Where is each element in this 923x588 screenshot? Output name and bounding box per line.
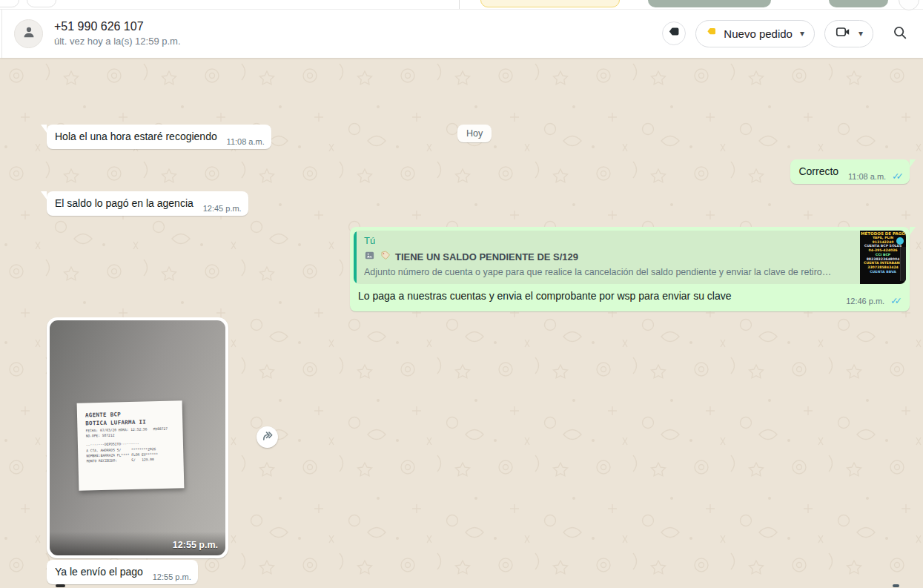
- header-actions: Nuevo pedido ▾ ▾: [662, 20, 908, 47]
- message-time: 12:46 p.m.: [846, 297, 884, 305]
- message-text: Correcto: [798, 165, 838, 177]
- partial-pill-button: [0, 0, 19, 7]
- message-time: 12:45 p.m.: [203, 204, 242, 213]
- message-time: 11:08 a.m.: [848, 172, 886, 181]
- message-text: Ya le envío el pago: [55, 566, 143, 578]
- quote-snippet: Adjunto número de cuenta o yape para que…: [364, 267, 853, 277]
- quote-thumbnail-image: MÉTODOS DE PAGO YAPE, PLIN 913142240 CUE…: [860, 231, 906, 284]
- search-icon: [892, 24, 908, 43]
- quote-title-row: TIENE UN SALDO PENDIENTE DE S/129: [364, 250, 853, 263]
- quote-author: Tú: [364, 235, 853, 246]
- chevron-down-icon: ▾: [859, 28, 863, 39]
- message-time: 11:08 a.m.: [227, 137, 265, 146]
- tag-icon: [667, 25, 681, 42]
- message-bubble[interactable]: Correcto 11:08 a.m. ✓✓: [790, 159, 910, 184]
- order-status-dropdown[interactable]: Nuevo pedido ▾: [695, 20, 815, 47]
- mic-icon-partial[interactable]: [893, 584, 899, 587]
- photo-icon: [364, 250, 375, 263]
- quote-body: Tú: [357, 231, 860, 284]
- message-bubble[interactable]: Tú: [350, 227, 910, 311]
- receipt-line: NO.OPE: 587212: [86, 432, 176, 439]
- image-bubble[interactable]: AGENTE BCP BOTICA LUFARMA II FECHA: 07/0…: [47, 317, 228, 558]
- message-text: Hola el una hora estaré recogiendo: [55, 131, 217, 142]
- toolbar-divider: [459, 0, 460, 9]
- tag-button[interactable]: [662, 22, 686, 45]
- message-outgoing-with-reply: Tú: [350, 227, 910, 311]
- person-icon: [21, 24, 37, 43]
- message-text: Lo paga a nuestras cuentas y envia el co…: [354, 284, 906, 308]
- message-incoming: Ya le envío el pago 12:55 p.m.: [47, 560, 198, 584]
- panel-left-border: [1, 9, 2, 58]
- message-incoming: El saldo lo pagó en la agencia 12:45 p.m…: [47, 191, 248, 216]
- whatsapp-chat-window: +51 990 626 107 últ. vez hoy a la(s) 12:…: [0, 0, 923, 588]
- read-ticks-icon: ✓✓: [890, 295, 902, 306]
- contact-name: +51 990 626 107: [54, 21, 181, 33]
- message-time: 12:55 p.m.: [153, 572, 191, 581]
- chat-message-area: Hoy Hola el una hora estaré recogiendo 1…: [0, 58, 923, 588]
- order-status-label: Nuevo pedido: [724, 27, 793, 40]
- yape-logo: [896, 237, 904, 245]
- contact-last-seen: últ. vez hoy a la(s) 12:59 p.m.: [54, 36, 181, 46]
- message-bubble[interactable]: Ya le envío el pago 12:55 p.m.: [47, 560, 198, 584]
- forward-arrow-icon: [261, 429, 274, 446]
- thumbnail-detail: [900, 247, 906, 281]
- message-bubble[interactable]: Hola el una hora estaré recogiendo 11:08…: [47, 125, 271, 149]
- video-call-dropdown[interactable]: ▾: [824, 20, 873, 47]
- forward-message-button[interactable]: [257, 426, 278, 448]
- top-toolbar-partial: [0, 0, 923, 10]
- contact-avatar[interactable]: [14, 19, 43, 48]
- bcp-receipt: AGENTE BCP BOTICA LUFARMA II FECHA: 07/0…: [77, 400, 185, 490]
- message-outgoing: Correcto 11:08 a.m. ✓✓: [790, 159, 910, 184]
- message-meta: 12:46 p.m. ✓✓: [839, 294, 902, 306]
- partial-circle-button: [899, 0, 919, 10]
- quote-title: TIENE UN SALDO PENDIENTE DE S/129: [395, 251, 578, 262]
- quoted-message[interactable]: Tú: [354, 231, 906, 284]
- partial-pill-button: [27, 0, 56, 7]
- chevron-down-icon: ▾: [800, 28, 804, 39]
- partial-green-pill-button: [648, 0, 771, 7]
- yellow-tag-icon: [706, 26, 718, 41]
- partial-green-pill-button: [829, 0, 888, 7]
- date-divider: Hoy: [457, 125, 492, 142]
- attach-plus-icon-partial[interactable]: [56, 584, 65, 587]
- partial-yellow-pill-button: [480, 0, 620, 7]
- chat-header: +51 990 626 107 últ. vez hoy a la(s) 12:…: [0, 9, 923, 58]
- label-tag-icon: [380, 250, 391, 263]
- message-text: El saldo lo pagó en la agencia: [55, 197, 193, 209]
- receipt-photo: AGENTE BCP BOTICA LUFARMA II FECHA: 07/0…: [50, 320, 225, 555]
- message-incoming: Hola el una hora estaré recogiendo 11:08…: [47, 125, 271, 149]
- video-camera-icon: [835, 24, 851, 43]
- thumbnail-line: CUENTA BBVA: [860, 270, 906, 274]
- message-incoming-image: AGENTE BCP BOTICA LUFARMA II FECHA: 07/0…: [47, 317, 228, 558]
- receipt-line: MONTO RECIBIDO: S/ 129.00: [86, 457, 176, 464]
- message-bubble[interactable]: El saldo lo pagó en la agencia 12:45 p.m…: [47, 191, 248, 216]
- read-ticks-icon: ✓✓: [892, 171, 903, 182]
- contact-info[interactable]: +51 990 626 107 últ. vez hoy a la(s) 12:…: [54, 21, 181, 46]
- image-time: 12:55 p.m.: [173, 540, 218, 550]
- search-button[interactable]: [892, 24, 908, 43]
